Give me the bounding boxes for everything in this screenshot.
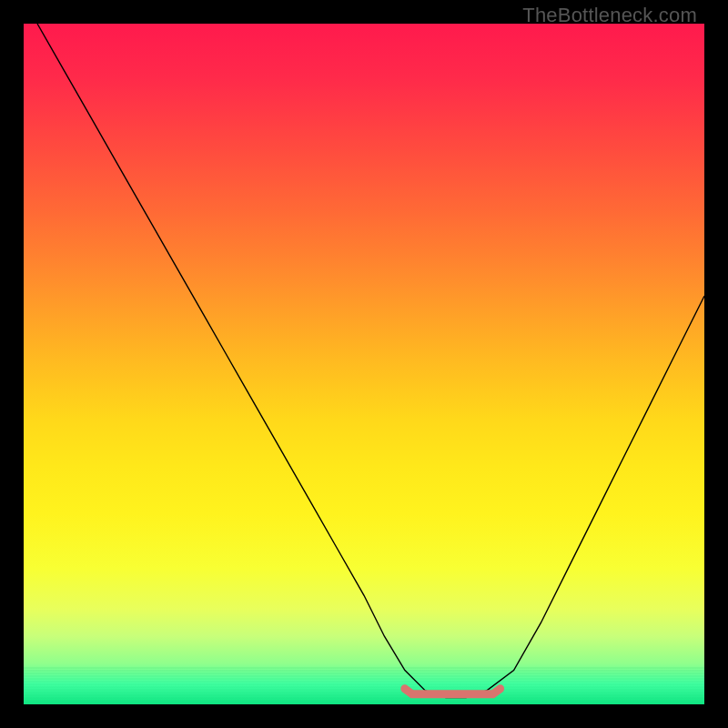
bottleneck-curve (37, 24, 704, 698)
curve-svg (24, 24, 704, 704)
optimal-range-marker (405, 689, 500, 694)
plot-area (24, 24, 704, 704)
